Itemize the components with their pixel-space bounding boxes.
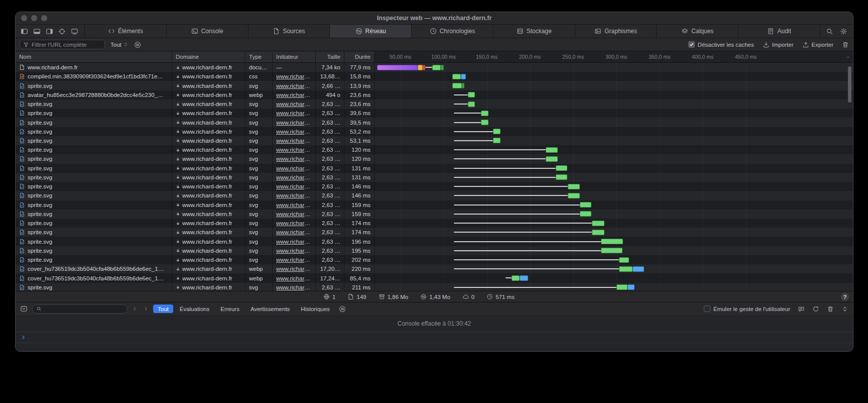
table-row[interactable]: sprite.svgwww.richard-dern.frsvgwww.rich… [16,182,853,191]
resource-initiator[interactable]: www.richard-d… [276,83,312,89]
console-messages-button[interactable] [798,306,805,313]
responsive-mode-button[interactable] [71,28,78,35]
table-row[interactable]: sprite.svgwww.richard-dern.frsvgwww.rich… [16,191,853,200]
resource-initiator[interactable]: www.richard-d… [276,257,312,263]
resource-initiator[interactable]: www.richard-d… [276,266,312,272]
table-row[interactable]: sprite.svgwww.richard-dern.frsvgwww.rich… [16,164,853,173]
next-message-button[interactable] [143,306,149,312]
table-row[interactable]: sprite.svgwww.richard-dern.frsvgwww.rich… [16,136,853,145]
resource-initiator[interactable]: www.richard-d… [276,92,312,98]
filter-options-button[interactable] [134,41,141,48]
table-row[interactable]: sprite.svgwww.richard-dern.frsvgwww.rich… [16,81,853,90]
clear-network-items-button[interactable] [842,41,849,48]
resource-initiator[interactable]: www.richard-d… [276,101,312,107]
reload-icon-button[interactable] [812,306,819,313]
resource-initiator[interactable]: www.richard-d… [276,202,312,208]
resource-initiator[interactable]: www.richard-d… [276,284,312,290]
tab-audit[interactable]: Audit [738,25,820,38]
column-header-domaine[interactable]: Domaine [172,51,245,62]
table-row[interactable]: sprite.svgwww.richard-dern.frsvgwww.rich… [16,210,853,219]
zoom-button[interactable] [41,15,47,21]
column-header-nom[interactable]: Nom [16,51,172,62]
table-row[interactable]: sprite.svgwww.richard-dern.frsvgwww.rich… [16,145,853,154]
resource-type-select[interactable]: Tout [110,42,129,48]
table-row[interactable]: compiled.min.38390909f303624ed9e1cf1bd3f… [16,72,853,81]
resource-initiator[interactable]: www.richard-d… [276,147,312,153]
resource-initiator[interactable]: www.richard-d… [276,248,312,254]
console-options-button[interactable] [339,306,346,313]
console-prompt[interactable] [16,332,853,343]
resource-initiator[interactable]: www.richard-d… [276,239,312,245]
resource-initiator[interactable]: www.richard-d… [276,156,312,162]
console-scope-tout[interactable]: Tout [153,305,173,313]
console-search-field[interactable] [32,305,128,314]
resource-initiator[interactable]: www.richard-d… [276,138,312,144]
table-row[interactable]: sprite.svgwww.richard-dern.frsvgwww.rich… [16,109,853,118]
resource-initiator[interactable]: www.richard-d… [276,120,312,126]
tab-network[interactable]: Réseau [330,25,412,38]
table-row[interactable]: sprite.svgwww.richard-dern.frsvgwww.rich… [16,246,853,255]
previous-message-button[interactable] [132,306,138,312]
resource-initiator[interactable]: www.richard-d… [276,174,312,180]
tab-graphics[interactable]: Graphismes [575,25,657,38]
tab-layers[interactable]: Calques [657,25,738,38]
table-row[interactable]: sprite.svgwww.richard-dern.frsvgwww.rich… [16,255,853,264]
table-row[interactable]: www.richard-dern.frwww.richard-dern.frdo… [16,63,853,72]
column-header-initiateur[interactable]: Initiateur [273,51,316,62]
table-row[interactable]: sprite.svgwww.richard-dern.frsvgwww.rich… [16,228,853,237]
console-mode-button[interactable] [20,305,28,313]
tab-timelines[interactable]: Chronologies [412,25,493,38]
help-button[interactable]: ? [841,293,849,301]
console-scope-avertissements[interactable]: Avertissements [246,305,294,313]
table-row[interactable]: sprite.svgwww.richard-dern.frsvgwww.rich… [16,118,853,127]
column-header-duree[interactable]: Durée [344,51,375,62]
resource-initiator[interactable]: www.richard-d… [276,229,312,235]
toggle-console-size-button[interactable] [841,306,848,313]
console-scope-erreurs[interactable]: Erreurs [216,305,244,313]
resource-initiator[interactable]: www.richard-d… [276,183,312,189]
table-row[interactable]: cover_hu736519dc3b5040cfa48b6b559b6de6ec… [16,273,853,282]
console-scope-historiques[interactable]: Historiques [296,305,334,313]
minimize-button[interactable] [31,15,37,21]
resource-initiator[interactable]: www.richard-d… [276,129,312,135]
inspect-element-button[interactable] [58,28,66,35]
scrollbar-thumb[interactable] [848,66,851,103]
table-row[interactable]: sprite.svgwww.richard-dern.frsvgwww.rich… [16,99,853,109]
tab-console[interactable]: Console [167,25,249,38]
resource-initiator[interactable]: www.richard-d… [276,165,312,171]
column-header-type[interactable]: Type [245,51,273,62]
clear-console-button[interactable] [827,306,834,313]
table-row[interactable]: sprite.svgwww.richard-dern.frsvgwww.rich… [16,154,853,163]
url-filter-input[interactable] [32,42,101,48]
column-header-taille[interactable]: Taille [316,51,344,62]
tab-sources[interactable]: Sources [249,25,330,38]
table-row[interactable]: cover_hu736519dc3b5040cfa48b6b559b6de6ec… [16,264,853,273]
scroll-up-icon[interactable] [845,54,851,60]
titlebar[interactable]: Inspecteur web — www.richard-dern.fr [16,12,853,25]
tab-storage[interactable]: Stockage [493,25,575,38]
table-row[interactable]: sprite.svgwww.richard-dern.frsvgwww.rich… [16,173,853,182]
table-row[interactable]: avatar_hu85ecc3e298728880b0bde2dcc4e5c23… [16,90,853,99]
url-filter-field[interactable] [20,40,105,49]
table-row[interactable]: sprite.svgwww.richard-dern.frsvgwww.rich… [16,127,853,136]
table-row[interactable]: sprite.svgwww.richard-dern.frsvgwww.rich… [16,219,853,228]
resource-initiator[interactable]: www.richard-d… [276,110,312,116]
resource-initiator[interactable]: www.richard-d… [276,211,312,217]
resource-initiator[interactable]: www.richard-d… [276,192,312,198]
close-button[interactable] [21,15,27,21]
settings-button[interactable] [840,28,847,35]
table-row[interactable]: sprite.svgwww.richard-dern.frsvgwww.rich… [16,237,853,246]
console-scope-évaluations[interactable]: Évaluations [175,305,214,313]
import-button[interactable]: Importer [763,41,794,48]
emulate-user-gesture-checkbox[interactable]: Émuler le geste de l'utilisateur [704,306,790,312]
toggle-left-sidebar-button[interactable] [21,28,28,35]
toggle-right-sidebar-button[interactable] [46,28,53,35]
search-button[interactable] [826,28,833,35]
resource-initiator[interactable]: www.richard-d… [276,73,312,79]
console-search-input[interactable] [44,306,123,312]
resource-initiator[interactable]: www.richard-d… [276,220,312,226]
table-row[interactable]: sprite.svgwww.richard-dern.frsvgwww.rich… [16,283,853,291]
resource-initiator[interactable]: www.richard-d… [276,275,312,281]
disable-caches-checkbox[interactable]: Désactiver les caches [688,41,754,48]
toggle-bottom-panel-button[interactable] [33,28,41,35]
